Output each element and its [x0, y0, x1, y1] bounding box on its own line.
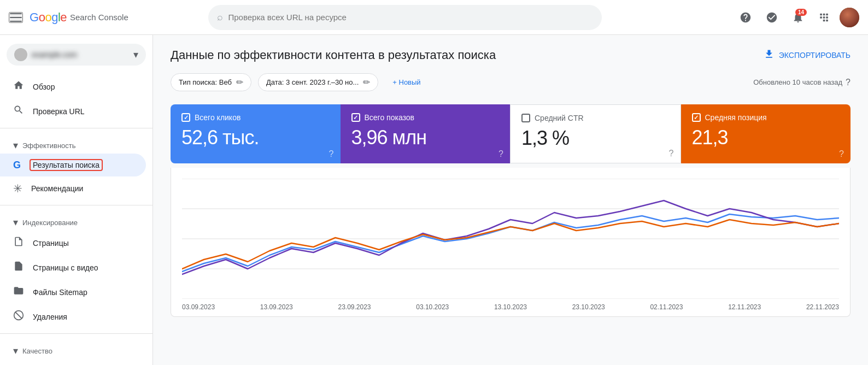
sidebar-item-removals-label: Удаления: [33, 313, 67, 321]
pages-icon: [13, 236, 24, 250]
sidebar-section-quality[interactable]: ▾ Качество: [0, 338, 153, 359]
divider: [0, 128, 153, 128]
sidebar-item-overview[interactable]: Обзор: [0, 74, 146, 99]
section-arrow-indexing: ▾: [13, 216, 18, 228]
sidebar: example.com ▾ Обзор Проверка URL ▾ Эффек…: [0, 35, 153, 365]
impressions-value: 3,96 млн: [351, 126, 500, 149]
section-indexing-label: Индексирование: [22, 219, 78, 227]
date-range-edit-icon: ✏: [363, 77, 370, 87]
sidebar-item-sitemap-label: Файлы Sitemap: [33, 288, 87, 297]
date-range-label: Дата: 3 сент. 2023 г.–30 но...: [266, 78, 359, 86]
hamburger-button[interactable]: [9, 12, 23, 23]
nav-icons: 14: [735, 7, 859, 28]
impressions-checkbox[interactable]: [351, 113, 360, 122]
position-value: 21,3: [692, 126, 840, 149]
ctr-label: Средний CTR: [535, 114, 584, 122]
metric-card-ctr[interactable]: Средний CTR 1,3 % ?: [510, 104, 681, 163]
search-input[interactable]: [228, 13, 593, 22]
metric-card-clicks[interactable]: Всего кликов 52,6 тыс. ?: [171, 104, 341, 163]
g-icon: G: [13, 160, 21, 171]
sitemap-icon: [13, 285, 24, 299]
x-label-8: 22.11.2023: [806, 303, 839, 311]
notification-badge: 14: [795, 9, 807, 16]
removals-icon: [13, 310, 24, 323]
chart-x-labels: 03.09.2023 13.09.2023 23.09.2023 03.10.2…: [182, 299, 839, 311]
property-dropdown-icon: ▾: [133, 49, 138, 61]
new-filter-label: + Новый: [392, 78, 420, 86]
search-type-label: Тип поиска: Веб: [179, 78, 232, 86]
clicks-value: 52,6 тыс.: [181, 126, 330, 149]
sidebar-item-sitemap[interactable]: Файлы Sitemap: [0, 280, 146, 304]
account-settings-button[interactable]: [761, 7, 783, 28]
sidebar-item-video-pages-label: Страницы с видео: [33, 263, 98, 272]
ctr-checkbox[interactable]: [521, 114, 530, 122]
recommendations-icon: ✳: [13, 182, 22, 195]
x-label-5: 23.10.2023: [572, 303, 605, 311]
updated-label: Обновлено 10 часов назад: [753, 78, 842, 86]
x-label-1: 13.09.2023: [260, 303, 293, 311]
search-type-edit-icon: ✏: [236, 77, 243, 87]
export-button[interactable]: ЭКСПОРТИРОВАТЬ: [764, 49, 851, 62]
impressions-help-icon[interactable]: ?: [498, 149, 503, 159]
sidebar-item-removals[interactable]: Удаления: [0, 304, 146, 329]
svg-line-1: [15, 312, 22, 319]
help-button[interactable]: [735, 7, 756, 28]
export-icon: [764, 49, 775, 62]
url-check-icon: [13, 104, 24, 118]
sidebar-item-recommendations-label: Рекомендации: [31, 184, 83, 193]
new-filter-button[interactable]: + Новый: [385, 75, 428, 90]
apps-button[interactable]: [813, 7, 835, 28]
section-quality-label: Качество: [22, 347, 52, 355]
x-label-6: 02.11.2023: [650, 303, 683, 311]
search-bar: ⌕: [208, 5, 602, 30]
filters-row: Тип поиска: Веб ✏ Дата: 3 сент. 2023 г.–…: [171, 73, 851, 91]
sidebar-item-video-pages[interactable]: Страницы с видео: [0, 255, 146, 280]
section-arrow-quality: ▾: [13, 345, 18, 357]
search-type-filter[interactable]: Тип поиска: Веб ✏: [171, 73, 251, 91]
property-icon: [14, 48, 27, 61]
chart-svg: [182, 179, 839, 299]
chart-container: 03.09.2023 13.09.2023 23.09.2023 03.10.2…: [171, 168, 851, 317]
ctr-value: 1,3 %: [521, 127, 670, 150]
page-header: Данные по эффективности контента в резул…: [171, 48, 851, 62]
x-label-7: 12.11.2023: [728, 303, 761, 311]
sidebar-item-url-check-label: Проверка URL: [33, 107, 85, 116]
property-selector[interactable]: example.com ▾: [7, 44, 146, 66]
export-label: ЭКСПОРТИРОВАТЬ: [779, 51, 851, 60]
x-label-4: 13.10.2023: [494, 303, 527, 311]
sidebar-item-pages-label: Страницы: [33, 239, 69, 248]
x-label-2: 23.09.2023: [338, 303, 371, 311]
notifications-button[interactable]: 14: [787, 7, 809, 28]
ctr-help-icon[interactable]: ?: [669, 149, 674, 158]
metric-card-position[interactable]: Средняя позиция 21,3 ?: [681, 104, 851, 163]
section-performance-label: Эффективность: [22, 142, 76, 150]
page-title: Данные по эффективности контента в резул…: [171, 48, 496, 62]
position-label: Средняя позиция: [705, 113, 767, 122]
sidebar-item-search-results-label: Результаты поиска: [30, 159, 103, 171]
sidebar-item-pages[interactable]: Страницы: [0, 231, 146, 255]
updated-help-icon[interactable]: ?: [846, 78, 851, 87]
divider-2: [0, 205, 153, 205]
sidebar-item-url-check[interactable]: Проверка URL: [0, 99, 146, 123]
sidebar-section-indexing[interactable]: ▾ Индексирование: [0, 210, 153, 231]
video-pages-icon: [13, 261, 24, 274]
app-layout: example.com ▾ Обзор Проверка URL ▾ Эффек…: [0, 35, 868, 365]
impressions-label: Всего показов: [365, 113, 415, 122]
sidebar-item-recommendations[interactable]: ✳ Рекомендации: [0, 176, 146, 201]
date-range-filter[interactable]: Дата: 3 сент. 2023 г.–30 но... ✏: [258, 73, 378, 91]
clicks-help-icon[interactable]: ?: [329, 149, 334, 159]
app-logo[interactable]: Google Search Console: [30, 10, 128, 25]
sidebar-item-search-results[interactable]: G Результаты поиска: [0, 154, 146, 176]
chart-area: [182, 179, 839, 299]
divider-3: [0, 333, 153, 334]
logo-wordmark: Google: [30, 10, 67, 25]
avatar[interactable]: [840, 8, 859, 27]
metric-card-impressions[interactable]: Всего показов 3,96 млн ?: [341, 104, 511, 163]
main-content: Данные по эффективности контента в резул…: [153, 35, 868, 365]
home-icon: [13, 80, 24, 93]
clicks-checkbox[interactable]: [181, 113, 190, 122]
top-nav: Google Search Console ⌕ 14: [0, 0, 868, 35]
position-checkbox[interactable]: [692, 113, 701, 122]
position-help-icon[interactable]: ?: [839, 149, 844, 159]
sidebar-section-performance[interactable]: ▾ Эффективность: [0, 133, 153, 154]
